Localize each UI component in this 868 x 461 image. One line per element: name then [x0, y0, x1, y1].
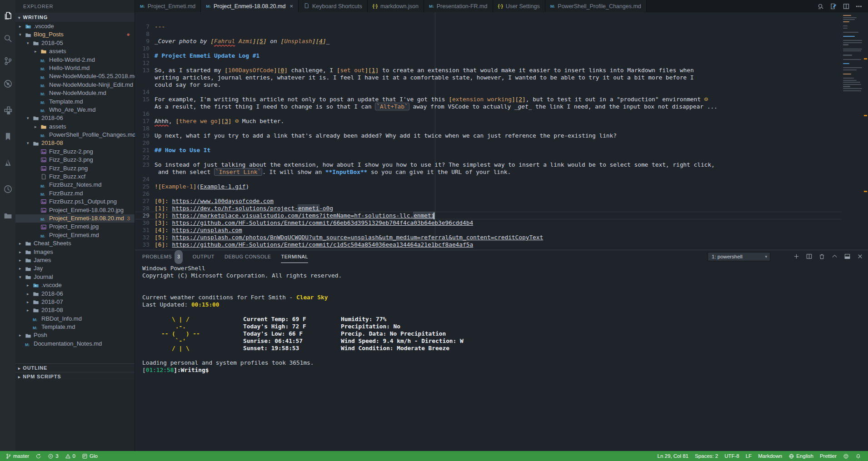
tree-folder-.vscode[interactable]: ▸.vscode — [15, 281, 135, 289]
tree-file-Documentation_Notes.md[interactable]: M↓Documentation_Notes.md — [15, 340, 135, 348]
bell-icon[interactable] — [852, 451, 864, 461]
tree-file-Who_Are_We.md[interactable]: M↓Who_Are_We.md — [15, 106, 135, 114]
markdown-preview-icon[interactable] — [817, 3, 824, 10]
sidebar-section-npm-scripts[interactable]: ▸NPM SCRIPTS — [15, 372, 135, 381]
tree-file-New-NodeModule-05.25.2018.md[interactable]: M↓New-NodeModule-05.25.2018.md — [15, 72, 135, 80]
tree-item-label: 2018-05 — [41, 39, 63, 47]
tab-markdown.json[interactable]: {·}markdown.json — [368, 0, 424, 12]
panel-tab-problems[interactable]: PROBLEMS3 — [142, 250, 183, 263]
bookmarks-icon[interactable] — [0, 127, 15, 145]
panel-tab-terminal[interactable]: TERMINAL — [281, 250, 308, 263]
status-spaces-2[interactable]: Spaces: 2 — [692, 451, 721, 461]
chevron-right-icon: ▸ — [19, 264, 21, 273]
tree-folder-2018-08[interactable]: ▾2018-08 — [15, 139, 135, 147]
status-glo[interactable]: Glo — [79, 451, 101, 461]
status-label: Ln 29, Col 81 — [658, 453, 688, 459]
sync-icon[interactable] — [32, 451, 45, 461]
smiley-icon[interactable] — [840, 451, 852, 461]
status-utf-8[interactable]: UTF-8 — [721, 451, 743, 461]
tree-folder-Cheat_Sheets[interactable]: ▸Cheat_Sheets — [15, 239, 135, 248]
tree-file-Project_Enmeti.md[interactable]: M↓Project_Enmeti.md — [15, 231, 135, 239]
tab-Presentation-FR.md[interactable]: M↓Presentation-FR.md — [424, 0, 493, 12]
source-control-icon[interactable] — [0, 52, 15, 70]
folder-icon — [25, 274, 31, 280]
close-panel-icon[interactable] — [857, 253, 863, 260]
status-prettier[interactable]: Prettier — [817, 451, 840, 461]
line-number: 8 — [135, 30, 150, 38]
tree-file-Fizz_Buzz-3.png[interactable]: Fizz_Buzz-3.png — [15, 156, 135, 164]
tree-file-FizzBuzz_Notes.md[interactable]: M↓FizzBuzz_Notes.md — [15, 181, 135, 189]
tree-file-FizzBuzz.md[interactable]: M↓FizzBuzz.md — [15, 189, 135, 198]
tree-file-Hello-World-2.md[interactable]: M↓Hello-World-2.md — [15, 56, 135, 64]
tree-folder-Images[interactable]: ▸Images — [15, 248, 135, 256]
tree-file-Project_Enmeti-18.08.20.jpg[interactable]: Project_Enmeti-18.08.20.jpg — [15, 206, 135, 214]
tree-file-Fizz_Buzz.png[interactable]: Fizz_Buzz.png — [15, 164, 135, 173]
editor-pane[interactable]: 7---89_Cover photo by [Fahrul Azmi][5] o… — [135, 12, 868, 250]
tree-folder-2018-06[interactable]: ▸2018-06 — [15, 290, 135, 298]
tree-folder-2018-08[interactable]: ▸2018-08 — [15, 306, 135, 314]
maximize-panel-icon[interactable] — [831, 253, 838, 260]
tree-file-RBDot_Info.md[interactable]: M↓RBDot_Info.md — [15, 315, 135, 323]
search-icon[interactable] — [0, 29, 15, 47]
tree-file-New-NodeModule.md[interactable]: M↓New-NodeModule.md — [15, 89, 135, 97]
workspace-section-header[interactable]: ▾WRITING — [15, 13, 135, 22]
kill-terminal-icon[interactable] — [818, 253, 825, 260]
tree-file-Fizz_Buzz.xcf[interactable]: Fizz_Buzz.xcf — [15, 173, 135, 181]
status-markdown[interactable]: Markdown — [755, 451, 785, 461]
new-terminal-icon[interactable] — [793, 253, 800, 260]
terminal-selector[interactable]: 1: powershell ▾ — [708, 252, 770, 261]
panel-tab-output[interactable]: OUTPUT — [193, 250, 215, 263]
tab-label: Project_Enmeti-18.08.20.md — [214, 3, 285, 10]
files-icon[interactable] — [0, 6, 15, 25]
tree-file-Project_Enmeti-18.08.20.md[interactable]: M↓Project_Enmeti-18.08.20.md3 — [15, 214, 135, 223]
tree-file-FizzBuzz.ps1_Output.png[interactable]: FizzBuzz.ps1_Output.png — [15, 198, 135, 206]
smiley-icon — [843, 453, 849, 459]
history-icon[interactable] — [0, 180, 15, 198]
modified-dot-badge: ● — [126, 30, 130, 39]
tree-folder-Blog_Posts[interactable]: ▾Blog_Posts● — [15, 30, 135, 39]
extensions-icon[interactable] — [0, 101, 15, 119]
more-actions-icon[interactable] — [855, 3, 863, 10]
panel-tab-debug-console[interactable]: DEBUG CONSOLE — [224, 250, 271, 263]
status-3[interactable]: 3 — [45, 451, 61, 461]
tree-folder-Posh[interactable]: ▸Posh — [15, 331, 135, 339]
tree-folder-.vscode[interactable]: ▸.vscode — [15, 22, 135, 30]
tree-folder-Jay[interactable]: ▸Jay — [15, 264, 135, 273]
debug-off-icon[interactable] — [0, 74, 15, 93]
tab-Project_Enmeti.md[interactable]: M↓Project_Enmeti.md — [135, 0, 201, 12]
tab-Keyboard Shortcuts[interactable]: Keyboard Shortcuts — [299, 0, 368, 12]
terminal-output[interactable]: Windows PowerShellCopyright (C) Microsof… — [142, 265, 860, 374]
tree-folder-2018-05[interactable]: ▾2018-05 — [15, 39, 135, 47]
status-english[interactable]: English — [785, 451, 817, 461]
status-lf[interactable]: LF — [743, 451, 755, 461]
project-manager-icon[interactable] — [0, 206, 15, 224]
tab-Project_Enmeti-18.08.20.md[interactable]: M↓Project_Enmeti-18.08.20.md× — [201, 0, 299, 12]
tree-file-Project_Enmeti.jpg[interactable]: Project_Enmeti.jpg — [15, 223, 135, 231]
tree-folder-2018-06[interactable]: ▾2018-06 — [15, 114, 135, 122]
tree-file-Fizz_Buzz-2.png[interactable]: Fizz_Buzz-2.png — [15, 148, 135, 156]
sidebar-section-outline[interactable]: ▸OUTLINE — [15, 363, 135, 372]
tab-User Settings[interactable]: {·}User Settings — [493, 0, 545, 12]
panel-position-icon[interactable] — [844, 253, 851, 260]
editor-line: [1]: https://dev.to/hf-solutions/project… — [155, 205, 333, 212]
split-editor-icon[interactable] — [843, 3, 850, 10]
tree-file-Hello-World.md[interactable]: M↓Hello-World.md — [15, 64, 135, 72]
tree-folder-Journal[interactable]: ▾Journal — [15, 273, 135, 281]
close-icon[interactable]: × — [289, 3, 293, 10]
tree-folder-James[interactable]: ▸James — [15, 256, 135, 264]
tree-file-PowerShell_Profile_Changes.md[interactable]: M↓PowerShell_Profile_Changes.md — [15, 131, 135, 139]
open-changes-icon[interactable] — [830, 3, 837, 10]
tree-folder-2018-07[interactable]: ▸2018-07 — [15, 298, 135, 306]
tree-file-Template.md[interactable]: M↓Template.md — [15, 98, 135, 106]
tree-folder-assets[interactable]: ▸assets — [15, 123, 135, 131]
status-0[interactable]: 0 — [62, 451, 79, 461]
tree-file-Template.md[interactable]: M↓Template.md — [15, 323, 135, 331]
minimap[interactable] — [842, 12, 863, 250]
tree-folder-assets[interactable]: ▸assets — [15, 47, 135, 55]
tree-file-New-NodeModule-Ninji_Edit.md[interactable]: M↓New-NodeModule-Ninji_Edit.md — [15, 81, 135, 89]
status-master[interactable]: master — [2, 451, 32, 461]
status-ln-29-col-81[interactable]: Ln 29, Col 81 — [654, 451, 692, 461]
split-terminal-icon[interactable] — [806, 253, 813, 260]
azure-icon[interactable] — [0, 154, 15, 172]
tab-PowerShell_Profile_Changes.md[interactable]: M↓PowerShell_Profile_Changes.md — [545, 0, 647, 12]
